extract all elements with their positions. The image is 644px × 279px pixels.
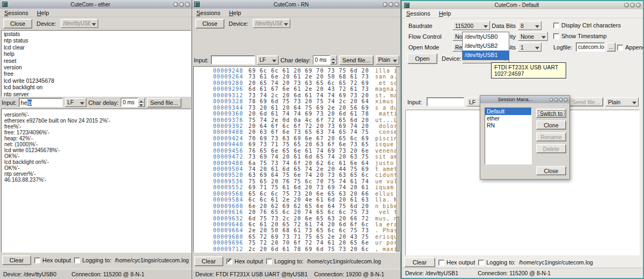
device-combo[interactable]: /dev/ttyUSB1 <box>253 19 290 28</box>
device-option[interactable]: /dev/ttyUSB1 <box>463 51 509 60</box>
baudrate-label: Baudrate <box>408 23 433 29</box>
display-ctrl-checkbox[interactable]: Display Ctrl characters <box>553 22 621 28</box>
clear-button[interactable]: Clear <box>2 255 31 265</box>
hex-address: 00009536 <box>213 178 244 184</box>
browse-logfile-button[interactable]: ... <box>606 42 616 52</box>
logging-checkbox[interactable]: Logging to: <box>266 258 303 264</box>
history-item[interactable]: ntp status <box>2 37 191 44</box>
history-item[interactable]: lcd clear <box>2 44 191 51</box>
spin-down-icon[interactable] <box>330 60 337 65</box>
char-delay-spinner[interactable]: 0 ms <box>121 98 145 107</box>
hex-line: 00009632 6d 75 73 2c 20 6e 65 63 20 66 7… <box>213 216 400 221</box>
status-connection: Connection: 115200 @ 8-N-1 <box>71 271 144 277</box>
command-history-list[interactable]: ipstatsntp statuslcd clearhelpresetversi… <box>1 30 191 97</box>
session-item[interactable]: ether <box>485 115 531 122</box>
display-mode-combo[interactable]: Plain <box>605 97 639 106</box>
titlebar[interactable]: CuteCom - RN <box>192 0 401 9</box>
close-session-button[interactable]: Close <box>3 19 32 28</box>
dialog-title: Session Mana... <box>482 97 548 102</box>
hex-output-checkbox[interactable]: Hex output <box>34 257 71 263</box>
menu-help[interactable]: Help <box>229 10 241 16</box>
history-item[interactable]: help <box>2 51 191 57</box>
titlebar[interactable]: CuteCom - Default <box>402 1 643 9</box>
command-input[interactable] <box>427 97 464 106</box>
logging-checkbox[interactable]: Logging to: <box>74 257 111 263</box>
history-item[interactable]: ipstats <box>2 31 191 37</box>
titlebar[interactable]: CuteCom - ether <box>0 0 192 9</box>
baudrate-combo[interactable]: 115200 <box>452 21 490 30</box>
minimize-button[interactable] <box>173 2 178 7</box>
menu-help[interactable]: Help <box>439 10 451 17</box>
hex-output-pane[interactable]: 00009248 69 6c 6c 61 20 69 70 73 75 6d 2… <box>193 66 400 253</box>
session-list[interactable]: DefaultetherRN <box>485 108 532 164</box>
logfile-field[interactable]: cutecom.log <box>576 42 605 52</box>
command-input[interactable]: help <box>19 98 63 107</box>
command-input[interactable] <box>211 55 255 65</box>
spin-up-icon[interactable] <box>138 98 145 103</box>
menu-sessions[interactable]: Sessions <box>406 10 430 17</box>
display-mode-combo[interactable]: Plain <box>376 55 399 65</box>
delete-button[interactable]: Delete <box>536 144 566 153</box>
session-item[interactable]: RN <box>485 122 531 129</box>
help-button[interactable] <box>550 98 553 102</box>
hex-address: 00009248 <box>213 68 244 74</box>
history-item[interactable]: version <box>2 64 191 70</box>
data-bits-combo[interactable]: 8 <box>518 21 541 30</box>
hex-bytes: 69 6c 6c 61 20 69 70 73 75 6d 20 61 63 6… <box>248 68 372 74</box>
device-option[interactable]: /dev/ttyUSB0 <box>463 32 509 41</box>
rename-button[interactable]: Rename <box>536 132 566 141</box>
menu-sessions[interactable]: Sessions <box>4 10 28 16</box>
char-delay-spinner[interactable]: 0 ms <box>313 55 337 65</box>
append-checkbox[interactable]: Append <box>617 44 644 51</box>
dropdown-arrow-icon <box>541 36 546 41</box>
close-button[interactable] <box>185 2 190 7</box>
clone-button[interactable]: Clone <box>536 120 566 130</box>
vertical-scrollbar[interactable] <box>396 67 400 252</box>
dialog-titlebar[interactable]: Session Mana... <box>480 96 569 103</box>
history-item[interactable]: free <box>2 70 191 77</box>
spin-down-icon[interactable] <box>138 103 145 108</box>
minimize-button[interactable] <box>624 3 629 8</box>
hex-output-checkbox[interactable]: Hex output <box>438 259 475 266</box>
hex-output-checkbox[interactable]: Hex output <box>226 258 263 264</box>
device-option[interactable]: /dev/ttyUSB2 <box>463 41 509 51</box>
app-icon <box>404 3 409 8</box>
line-end-combo[interactable]: LF <box>65 98 86 107</box>
output-pane[interactable]: version%'-ethersex e927b0e built on Nov … <box>1 109 191 253</box>
maximize-button[interactable] <box>179 2 184 7</box>
switch-to-button[interactable]: Switch to <box>536 109 566 118</box>
show-timestamp-checkbox[interactable]: Show Timestamp <box>553 33 606 39</box>
menu-sessions[interactable]: Sessions <box>196 10 221 16</box>
device-combo[interactable]: /dev/ttyUSB0 <box>61 19 98 28</box>
scrollbar-thumb[interactable] <box>397 217 399 251</box>
minimize-button[interactable] <box>383 2 387 7</box>
clear-button[interactable]: Clear <box>404 257 435 267</box>
maximize-button[interactable] <box>389 2 393 7</box>
clear-button[interactable]: Clear <box>194 256 223 266</box>
send-file-button[interactable]: Send file... <box>339 55 374 65</box>
history-item[interactable]: lcd write 012345678 <box>2 77 191 84</box>
send-file-button[interactable]: Send file... <box>147 98 181 108</box>
menu-help[interactable]: Help <box>37 10 49 16</box>
close-session-button[interactable]: Close <box>195 19 224 28</box>
session-item[interactable]: Default <box>485 108 531 115</box>
history-item[interactable]: reset <box>2 58 191 64</box>
parity-combo[interactable]: None <box>518 32 548 41</box>
line-end-combo[interactable]: LF <box>257 55 279 65</box>
close-button[interactable] <box>564 98 568 102</box>
close-button[interactable] <box>636 3 641 8</box>
open-device-button[interactable]: Open <box>407 53 437 64</box>
close-dialog-button[interactable]: Close <box>536 166 566 175</box>
device-dropdown-list[interactable]: /dev/ttyUSB0/dev/ttyUSB2/dev/ttyUSB1 <box>462 32 509 60</box>
hex-bytes: 73 74 2c 20 6d 61 74 74 69 73 20 65 75 2… <box>248 92 372 98</box>
minimize-button[interactable] <box>554 98 558 102</box>
send-file-button[interactable]: Send file... <box>569 97 603 106</box>
history-item[interactable]: ntp server <box>2 91 191 97</box>
history-item[interactable]: lcd backlight on <box>2 84 191 90</box>
spin-up-icon[interactable] <box>330 55 337 60</box>
maximize-button[interactable] <box>630 3 635 8</box>
close-button[interactable] <box>394 2 399 7</box>
logging-checkbox[interactable]: Logging to: <box>478 259 515 266</box>
stop-bits-combo[interactable]: 1 <box>518 42 541 52</box>
maximize-button[interactable] <box>559 98 563 102</box>
